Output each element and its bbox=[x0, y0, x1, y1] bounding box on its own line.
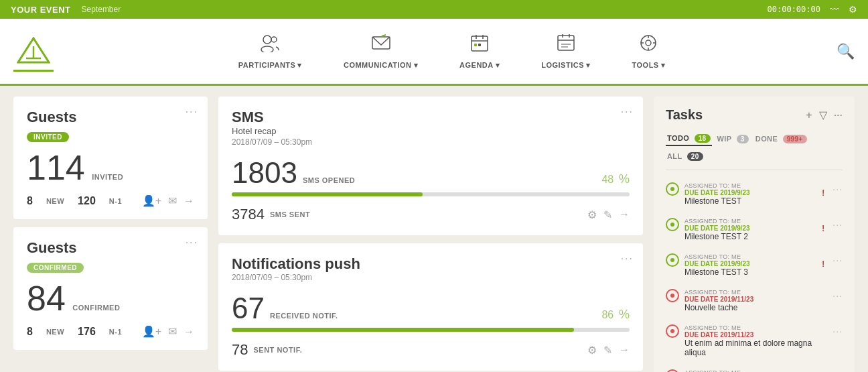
tab-todo[interactable]: TODO 18 bbox=[666, 132, 712, 146]
arrow-icon[interactable]: → bbox=[184, 195, 194, 207]
sms-sent-actions: ⚙ ✎ → bbox=[587, 208, 630, 221]
invited-n1-num: 120 bbox=[78, 195, 96, 207]
event-subtitle: September bbox=[82, 5, 121, 14]
participants-icon bbox=[260, 34, 280, 57]
task-item: ASSIGNED TO: ME DUE DATE 2019/9/23 Miles… bbox=[666, 251, 843, 280]
event-title: YOUR EVENT bbox=[11, 5, 71, 15]
guests-invited-title: Guests bbox=[27, 109, 194, 126]
sms-sent-row: 3784 SMS SENT ⚙ ✎ → bbox=[232, 206, 630, 223]
tasks-menu-icon[interactable]: ··· bbox=[834, 109, 843, 121]
notif-sent-actions: ⚙ ✎ → bbox=[587, 344, 630, 357]
logistics-label: LOGISTICS ▾ bbox=[541, 61, 590, 70]
agenda-icon bbox=[469, 34, 490, 57]
topbar-left: YOUR EVENT September bbox=[11, 5, 121, 15]
task-options-menu[interactable]: ··· bbox=[833, 219, 843, 230]
activity-icon[interactable]: 〰 bbox=[830, 4, 839, 15]
task-exclaim: ! bbox=[822, 188, 824, 198]
tab-all[interactable]: ALL 20 bbox=[666, 150, 705, 163]
task-body: ASSIGNED TO: ME DUE DATE 2019/9/23 Miles… bbox=[684, 253, 816, 277]
svg-point-5 bbox=[271, 37, 277, 42]
sms-opened-percent: 48 % bbox=[601, 166, 630, 188]
sms-progress-bar bbox=[232, 192, 630, 196]
task-name: Milestone TEST 3 bbox=[684, 267, 816, 277]
tasks-add-button[interactable]: + bbox=[806, 109, 812, 121]
task-name: Milestone TEST bbox=[684, 196, 816, 206]
nav-logo[interactable] bbox=[13, 32, 54, 72]
mail-icon[interactable]: ✉ bbox=[168, 194, 177, 207]
nav-item-participants[interactable]: PARTICIPANTS ▾ bbox=[228, 28, 313, 75]
task-item: ASSIGNED TO: ME DUE DATE 2019/11/23 Ut e… bbox=[666, 322, 843, 360]
notif-received-percent: 86 % bbox=[601, 302, 630, 323]
mail-icon-2[interactable]: ✉ bbox=[168, 325, 177, 338]
confirmed-new-num: 8 bbox=[27, 326, 33, 338]
sms-settings-icon[interactable]: ⚙ bbox=[587, 208, 597, 221]
add-person-icon[interactable]: 👤+ bbox=[142, 194, 161, 207]
tasks-filter-icon[interactable]: ▽ bbox=[819, 109, 827, 121]
topbar: YOUR EVENT September 00:00:00:00 〰 ⚙ bbox=[0, 0, 868, 19]
confirmed-new-label: NEW bbox=[46, 328, 64, 336]
arrow-icon-2[interactable]: → bbox=[184, 326, 194, 338]
sms-menu[interactable]: ··· bbox=[621, 106, 634, 118]
task-item: ASSIGNED TO: ME DUE DATE 2019/9/23 Miles… bbox=[666, 215, 843, 244]
task-options-menu[interactable]: ··· bbox=[833, 290, 843, 301]
sms-edit-icon[interactable]: ✎ bbox=[603, 208, 612, 221]
task-assigned: ASSIGNED TO: ME bbox=[684, 218, 816, 225]
tab-done[interactable]: DONE 999+ bbox=[754, 133, 808, 145]
tools-label: TOOLS ▾ bbox=[632, 61, 666, 70]
sms-subtitle: Hotel recap bbox=[232, 126, 630, 136]
notif-sent-num: 78 bbox=[232, 341, 248, 359]
nav-item-communication[interactable]: COMMUNICATION ▾ bbox=[333, 28, 429, 75]
guests-invited-menu[interactable]: ··· bbox=[186, 106, 198, 118]
sms-opened-row: 1803 SMS OPENED 48 % bbox=[232, 156, 630, 190]
sms-title: SMS bbox=[232, 109, 630, 126]
task-status-icon bbox=[666, 218, 679, 231]
confirmed-actions: 👤+ ✉ → bbox=[142, 325, 194, 338]
task-name: Ut enim ad minima et dolore magna aliqua bbox=[684, 338, 827, 357]
add-person-icon-2[interactable]: 👤+ bbox=[142, 325, 161, 338]
task-item: ASSIGNED TO: ME NO DUE DATE ··· bbox=[666, 367, 843, 372]
task-body: ASSIGNED TO: ME DUE DATE 2019/11/23 Ut e… bbox=[684, 324, 827, 357]
notif-edit-icon[interactable]: ✎ bbox=[603, 344, 612, 357]
guests-confirmed-title: Guests bbox=[27, 239, 194, 257]
svg-rect-14 bbox=[558, 36, 574, 50]
task-due: DUE DATE 2019/11/23 bbox=[684, 331, 827, 338]
task-status-icon bbox=[666, 289, 679, 302]
task-due: DUE DATE 2019/9/23 bbox=[684, 189, 816, 196]
task-due: DUE DATE 2019/11/23 bbox=[684, 296, 827, 303]
notif-arrow-icon[interactable]: → bbox=[619, 344, 630, 357]
task-options-menu[interactable]: ··· bbox=[833, 255, 843, 265]
task-options-menu[interactable]: ··· bbox=[833, 326, 843, 336]
guests-confirmed-card: ··· Guests CONFIRMED 84 CONFIRMED 8 NEW … bbox=[13, 227, 208, 350]
search-button[interactable]: 🔍 bbox=[837, 43, 855, 60]
sms-progress-fill bbox=[232, 192, 423, 196]
svg-rect-12 bbox=[474, 44, 477, 46]
sms-arrow-icon[interactable]: → bbox=[619, 208, 630, 221]
invited-badge: INVITED bbox=[27, 132, 69, 142]
nav-item-agenda[interactable]: AGENDA ▾ bbox=[449, 28, 510, 75]
sms-sent-label: SMS SENT bbox=[270, 210, 310, 219]
notif-title: Notifications push bbox=[232, 255, 630, 273]
task-body: ASSIGNED TO: ME NO DUE DATE bbox=[684, 369, 827, 372]
tab-wip[interactable]: WIP 3 bbox=[716, 133, 750, 145]
settings-icon[interactable]: ⚙ bbox=[849, 4, 857, 15]
notif-menu[interactable]: ··· bbox=[621, 253, 634, 265]
notif-settings-icon[interactable]: ⚙ bbox=[587, 344, 597, 357]
task-body: ASSIGNED TO: ME DUE DATE 2019/11/23 Nouv… bbox=[684, 289, 827, 312]
nav-item-tools[interactable]: TOOLS ▾ bbox=[622, 28, 676, 75]
invited-big-label: INVITED bbox=[92, 173, 123, 181]
task-body: ASSIGNED TO: ME DUE DATE 2019/9/23 Miles… bbox=[684, 182, 816, 206]
nav-item-logistics[interactable]: LOGISTICS ▾ bbox=[530, 28, 601, 75]
main-content: ··· Guests INVITED 114 INVITED 8 NEW 120… bbox=[0, 86, 868, 372]
task-options-menu[interactable]: ··· bbox=[833, 184, 843, 194]
task-assigned: ASSIGNED TO: ME bbox=[684, 369, 827, 372]
confirmed-row: 8 NEW 176 N-1 👤+ ✉ → bbox=[27, 325, 194, 338]
navbar: PARTICIPANTS ▾ COMMUNICATION ▾ AGENDA ▾ bbox=[0, 19, 868, 86]
sms-card: ··· SMS Hotel recap 2018/07/09 – 05:30pm… bbox=[218, 97, 643, 235]
task-name: Milestone TEST 2 bbox=[684, 232, 816, 241]
confirmed-n1-num: 176 bbox=[78, 326, 96, 338]
svg-line-7 bbox=[382, 35, 386, 36]
invited-new-num: 8 bbox=[27, 195, 33, 207]
tasks-header: Tasks + ▽ ··· bbox=[666, 107, 843, 123]
guests-confirmed-menu[interactable]: ··· bbox=[186, 237, 198, 249]
task-status-icon bbox=[666, 253, 679, 267]
